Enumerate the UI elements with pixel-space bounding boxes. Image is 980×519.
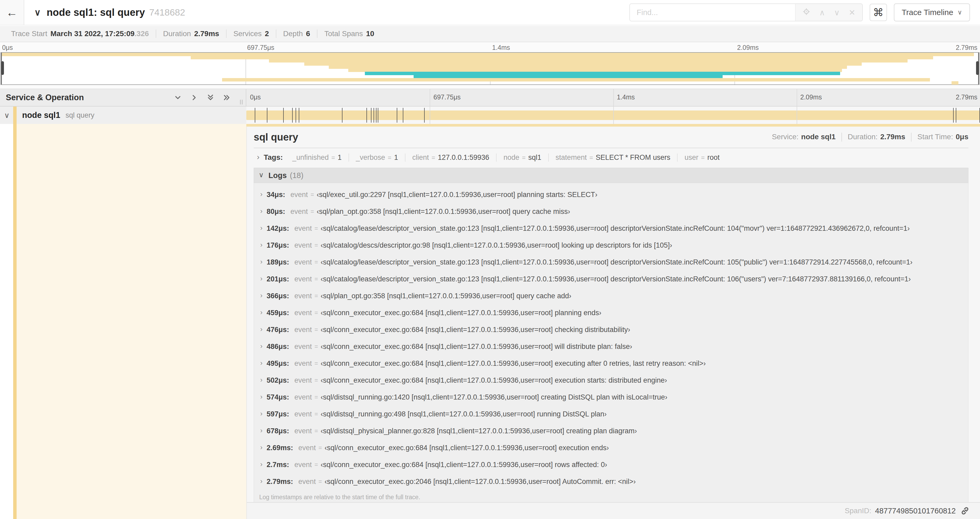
log-row[interactable]: ›678μs:event=‹sql/distsql_physical_plann… <box>256 423 968 439</box>
find-clear-icon[interactable]: ✕ <box>849 8 855 17</box>
find-next-icon[interactable]: ∨ <box>834 8 840 17</box>
deep-link-icon[interactable] <box>961 506 969 515</box>
minimap-rows <box>1 53 979 85</box>
tags-row[interactable]: › Tags: _unfinished=1_verbose=1client=12… <box>254 148 969 167</box>
span-children-chevron-icon[interactable]: ∨ <box>0 111 14 120</box>
range-scrubber-right-handle[interactable] <box>976 61 979 75</box>
log-field-value: ‹sql/catalog/descs/descriptor.go:98 [nsq… <box>321 241 672 249</box>
log-timestamp: 486μs: <box>267 343 289 351</box>
log-row[interactable]: ›574μs:event=‹sql/distsql_running.go:142… <box>256 389 968 406</box>
minimap-span-bar <box>365 72 840 75</box>
span-row-name-cell[interactable]: ∨ node sql1 sql query <box>0 107 246 124</box>
log-equals: = <box>315 461 318 468</box>
find-input[interactable] <box>630 4 795 21</box>
log-field-value: ‹sql/distsql_running.go:498 [nsql1,clien… <box>321 410 607 418</box>
focus-target-icon[interactable] <box>802 8 810 18</box>
span-duration-bar[interactable] <box>246 110 980 120</box>
span-service-name: node sql1 <box>22 110 60 120</box>
log-row[interactable]: ›2.7ms:event=‹sql/conn_executor_exec.go:… <box>256 456 968 473</box>
log-field-value: ‹sql/catalog/lease/descriptor_version_st… <box>321 275 911 283</box>
range-scrubber-left-handle[interactable] <box>1 61 4 75</box>
log-equals: = <box>315 309 318 316</box>
log-marker <box>296 108 296 123</box>
span-row[interactable]: ∨ node sql1 sql query <box>0 107 980 124</box>
log-row[interactable]: ›366μs:event=‹sql/plan_opt.go:358 [nsql1… <box>256 287 968 304</box>
log-field-value: ‹sql/conn_executor_exec.go:684 [nsql1,cl… <box>321 343 632 351</box>
log-field-value: ‹sql/conn_executor_exec.go:684 [nsql1,cl… <box>321 326 630 334</box>
command-icon: ⌘ <box>873 6 884 18</box>
start-time-label: Start Time: <box>917 133 953 141</box>
find-icon-group: ∧ ∨ ✕ <box>795 4 862 21</box>
log-marker <box>397 108 397 123</box>
tick-label: 2.79ms <box>956 93 977 101</box>
log-field-key: event <box>294 461 312 469</box>
tag-equals: = <box>431 154 435 161</box>
log-row[interactable]: ›142μs:event=‹sql/catalog/lease/descript… <box>256 220 968 237</box>
timeline-tick-labels: 0μs697.75μs1.4ms2.09ms2.79ms <box>246 89 980 106</box>
chevron-right-icon: › <box>256 275 267 283</box>
view-selector-button[interactable]: Trace Timeline ∨ <box>894 3 970 21</box>
find-prev-icon[interactable]: ∧ <box>819 8 825 17</box>
meta-value: 10 <box>366 30 374 38</box>
chevron-down-icon: ∨ <box>259 171 264 179</box>
log-field-key: event <box>294 241 312 249</box>
log-timestamp: 142μs: <box>267 224 289 233</box>
log-row[interactable]: ›476μs:event=‹sql/conn_executor_exec.go:… <box>256 321 968 338</box>
column-resizer-handle[interactable] <box>240 100 243 104</box>
trace-collapse-chevron-icon[interactable]: ∨ <box>34 7 41 18</box>
span-color-stripe <box>13 107 17 124</box>
log-row[interactable]: ›80μs:event=‹sql/plan_opt.go:358 [nsql1,… <box>256 203 968 220</box>
span-id-value: 4877749850101760812 <box>875 506 956 515</box>
collapse-all-icon[interactable] <box>206 93 215 102</box>
log-row[interactable]: ›201μs:event=‹sql/catalog/lease/descript… <box>256 271 968 287</box>
log-equals: = <box>310 208 314 215</box>
keyboard-shortcuts-button[interactable]: ⌘ <box>870 4 887 21</box>
tag-value: 1 <box>394 153 398 162</box>
chevron-right-icon: › <box>256 291 267 300</box>
log-row[interactable]: ›597μs:event=‹sql/distsql_running.go:498… <box>256 406 968 423</box>
log-marker <box>956 108 956 123</box>
minimap-span-bar <box>222 78 930 81</box>
chevron-right-icon: › <box>257 152 259 161</box>
log-row[interactable]: ›2.69ms:event=‹sql/conn_executor_exec.go… <box>256 439 968 456</box>
log-equals: = <box>315 428 318 434</box>
log-row[interactable]: ›2.79ms:event=‹sql/conn_executor_exec.go… <box>256 473 968 490</box>
tag-key: client <box>412 153 429 162</box>
minimap-span-bar <box>348 69 842 72</box>
trace-meta-item: Duration2.79ms <box>156 30 227 38</box>
span-row-bar-cell[interactable] <box>246 107 980 124</box>
tag-key: _verbose <box>356 153 385 162</box>
tag-key: user <box>684 153 698 162</box>
log-marker <box>366 108 367 123</box>
minimap-canvas[interactable] <box>0 52 980 85</box>
span-detail-accent-border <box>246 124 980 126</box>
log-marker <box>953 108 954 123</box>
meta-label: Trace Start <box>11 30 47 38</box>
log-field-key: event <box>294 410 312 418</box>
chevron-right-icon: › <box>256 224 267 232</box>
tag-pill: user=root <box>677 153 726 162</box>
log-field-key: event <box>294 343 312 351</box>
trace-meta-item: Total Spans10 <box>317 30 381 38</box>
trace-title-wrap: ∨ node sql1: sql query 7418682 <box>34 7 185 18</box>
expand-all-icon[interactable] <box>223 93 231 102</box>
expand-one-icon[interactable] <box>190 93 198 102</box>
log-field-value: ‹sql/plan_opt.go:358 [nsql1,client=127.0… <box>321 292 571 300</box>
log-row[interactable]: ›189μs:event=‹sql/catalog/lease/descript… <box>256 254 968 271</box>
span-detail-operation: sql query <box>254 132 298 143</box>
log-row[interactable]: ›486μs:event=‹sql/conn_executor_exec.go:… <box>256 338 968 355</box>
log-row[interactable]: ›176μs:event=‹sql/catalog/descs/descript… <box>256 237 968 254</box>
span-detail-header: sql query Service: node sql1 Duration: 2… <box>254 126 969 148</box>
log-timestamp: 459μs: <box>267 309 289 317</box>
collapse-one-icon[interactable] <box>173 93 182 102</box>
tag-value: SELECT * FROM users <box>596 153 670 162</box>
log-row[interactable]: ›34μs:event=‹sql/exec_util.go:2297 [nsql… <box>256 186 968 203</box>
minimap-span-bar <box>304 62 862 65</box>
log-row[interactable]: ›502μs:event=‹sql/conn_executor_exec.go:… <box>256 372 968 389</box>
log-marker <box>299 108 299 123</box>
log-row[interactable]: ›459μs:event=‹sql/conn_executor_exec.go:… <box>256 304 968 321</box>
logs-header[interactable]: ∨ Logs (18) <box>254 168 969 183</box>
divider <box>911 133 912 142</box>
back-button[interactable]: ← <box>0 0 24 25</box>
log-row[interactable]: ›495μs:event=‹sql/conn_executor_exec.go:… <box>256 355 968 372</box>
